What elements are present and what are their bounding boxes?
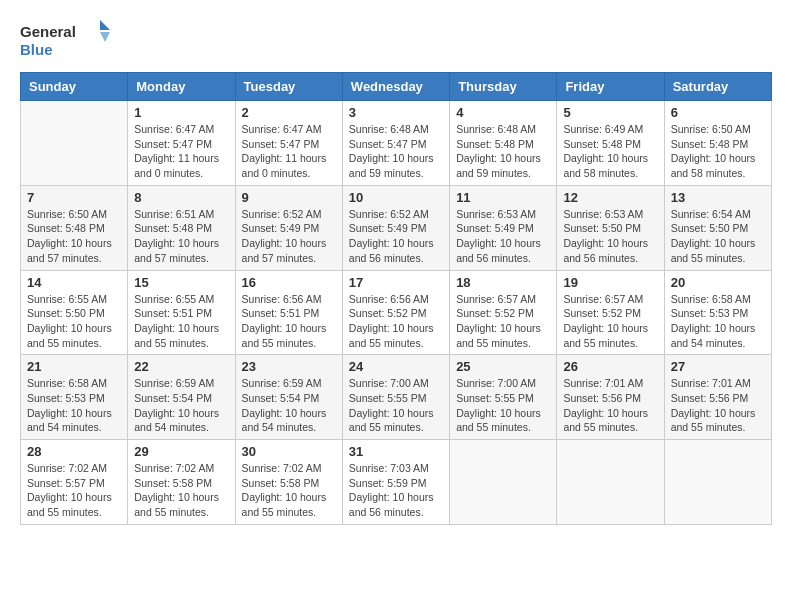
svg-text:Blue: Blue [20, 41, 53, 58]
day-number: 16 [242, 275, 336, 290]
calendar-cell: 13Sunrise: 6:54 AMSunset: 5:50 PMDayligh… [664, 185, 771, 270]
day-number: 1 [134, 105, 228, 120]
day-info: Sunrise: 6:51 AMSunset: 5:48 PMDaylight:… [134, 207, 228, 266]
day-header-sunday: Sunday [21, 73, 128, 101]
day-info: Sunrise: 6:57 AMSunset: 5:52 PMDaylight:… [563, 292, 657, 351]
calendar-cell: 2Sunrise: 6:47 AMSunset: 5:47 PMDaylight… [235, 101, 342, 186]
day-number: 21 [27, 359, 121, 374]
calendar-cell: 23Sunrise: 6:59 AMSunset: 5:54 PMDayligh… [235, 355, 342, 440]
day-header-wednesday: Wednesday [342, 73, 449, 101]
calendar-cell: 22Sunrise: 6:59 AMSunset: 5:54 PMDayligh… [128, 355, 235, 440]
calendar-header-row: SundayMondayTuesdayWednesdayThursdayFrid… [21, 73, 772, 101]
day-number: 17 [349, 275, 443, 290]
day-number: 25 [456, 359, 550, 374]
day-info: Sunrise: 6:58 AMSunset: 5:53 PMDaylight:… [671, 292, 765, 351]
day-number: 30 [242, 444, 336, 459]
day-number: 7 [27, 190, 121, 205]
day-number: 27 [671, 359, 765, 374]
calendar-cell [21, 101, 128, 186]
day-number: 8 [134, 190, 228, 205]
calendar-cell: 3Sunrise: 6:48 AMSunset: 5:47 PMDaylight… [342, 101, 449, 186]
calendar-cell: 30Sunrise: 7:02 AMSunset: 5:58 PMDayligh… [235, 440, 342, 525]
calendar-cell: 19Sunrise: 6:57 AMSunset: 5:52 PMDayligh… [557, 270, 664, 355]
day-number: 9 [242, 190, 336, 205]
day-number: 20 [671, 275, 765, 290]
day-info: Sunrise: 6:59 AMSunset: 5:54 PMDaylight:… [134, 376, 228, 435]
day-number: 24 [349, 359, 443, 374]
day-info: Sunrise: 7:03 AMSunset: 5:59 PMDaylight:… [349, 461, 443, 520]
calendar-cell: 20Sunrise: 6:58 AMSunset: 5:53 PMDayligh… [664, 270, 771, 355]
calendar-week-5: 28Sunrise: 7:02 AMSunset: 5:57 PMDayligh… [21, 440, 772, 525]
day-info: Sunrise: 6:49 AMSunset: 5:48 PMDaylight:… [563, 122, 657, 181]
day-number: 6 [671, 105, 765, 120]
calendar-table: SundayMondayTuesdayWednesdayThursdayFrid… [20, 72, 772, 525]
day-number: 11 [456, 190, 550, 205]
calendar-cell: 26Sunrise: 7:01 AMSunset: 5:56 PMDayligh… [557, 355, 664, 440]
day-number: 26 [563, 359, 657, 374]
day-number: 12 [563, 190, 657, 205]
calendar-cell: 16Sunrise: 6:56 AMSunset: 5:51 PMDayligh… [235, 270, 342, 355]
calendar-cell: 7Sunrise: 6:50 AMSunset: 5:48 PMDaylight… [21, 185, 128, 270]
day-info: Sunrise: 6:56 AMSunset: 5:51 PMDaylight:… [242, 292, 336, 351]
day-info: Sunrise: 7:01 AMSunset: 5:56 PMDaylight:… [671, 376, 765, 435]
calendar-cell: 17Sunrise: 6:56 AMSunset: 5:52 PMDayligh… [342, 270, 449, 355]
calendar-cell: 29Sunrise: 7:02 AMSunset: 5:58 PMDayligh… [128, 440, 235, 525]
svg-marker-1 [100, 20, 110, 30]
day-info: Sunrise: 6:50 AMSunset: 5:48 PMDaylight:… [27, 207, 121, 266]
day-header-thursday: Thursday [450, 73, 557, 101]
calendar-cell: 8Sunrise: 6:51 AMSunset: 5:48 PMDaylight… [128, 185, 235, 270]
day-number: 13 [671, 190, 765, 205]
day-info: Sunrise: 7:02 AMSunset: 5:58 PMDaylight:… [134, 461, 228, 520]
day-number: 5 [563, 105, 657, 120]
day-info: Sunrise: 7:01 AMSunset: 5:56 PMDaylight:… [563, 376, 657, 435]
calendar-week-3: 14Sunrise: 6:55 AMSunset: 5:50 PMDayligh… [21, 270, 772, 355]
day-info: Sunrise: 6:56 AMSunset: 5:52 PMDaylight:… [349, 292, 443, 351]
day-number: 15 [134, 275, 228, 290]
calendar-cell: 24Sunrise: 7:00 AMSunset: 5:55 PMDayligh… [342, 355, 449, 440]
day-number: 4 [456, 105, 550, 120]
day-info: Sunrise: 6:55 AMSunset: 5:50 PMDaylight:… [27, 292, 121, 351]
day-info: Sunrise: 6:53 AMSunset: 5:49 PMDaylight:… [456, 207, 550, 266]
calendar-cell: 11Sunrise: 6:53 AMSunset: 5:49 PMDayligh… [450, 185, 557, 270]
day-info: Sunrise: 7:00 AMSunset: 5:55 PMDaylight:… [456, 376, 550, 435]
day-number: 31 [349, 444, 443, 459]
day-info: Sunrise: 7:02 AMSunset: 5:58 PMDaylight:… [242, 461, 336, 520]
calendar-cell: 31Sunrise: 7:03 AMSunset: 5:59 PMDayligh… [342, 440, 449, 525]
calendar-cell: 5Sunrise: 6:49 AMSunset: 5:48 PMDaylight… [557, 101, 664, 186]
calendar-cell [664, 440, 771, 525]
day-info: Sunrise: 6:47 AMSunset: 5:47 PMDaylight:… [134, 122, 228, 181]
calendar-cell: 28Sunrise: 7:02 AMSunset: 5:57 PMDayligh… [21, 440, 128, 525]
day-number: 3 [349, 105, 443, 120]
calendar-cell: 21Sunrise: 6:58 AMSunset: 5:53 PMDayligh… [21, 355, 128, 440]
day-info: Sunrise: 6:48 AMSunset: 5:47 PMDaylight:… [349, 122, 443, 181]
calendar-cell: 4Sunrise: 6:48 AMSunset: 5:48 PMDaylight… [450, 101, 557, 186]
logo-svg: General Blue [20, 20, 110, 62]
day-number: 29 [134, 444, 228, 459]
day-header-tuesday: Tuesday [235, 73, 342, 101]
day-info: Sunrise: 6:53 AMSunset: 5:50 PMDaylight:… [563, 207, 657, 266]
calendar-cell: 6Sunrise: 6:50 AMSunset: 5:48 PMDaylight… [664, 101, 771, 186]
day-number: 18 [456, 275, 550, 290]
calendar-cell: 25Sunrise: 7:00 AMSunset: 5:55 PMDayligh… [450, 355, 557, 440]
calendar-cell: 12Sunrise: 6:53 AMSunset: 5:50 PMDayligh… [557, 185, 664, 270]
day-info: Sunrise: 6:57 AMSunset: 5:52 PMDaylight:… [456, 292, 550, 351]
calendar-week-1: 1Sunrise: 6:47 AMSunset: 5:47 PMDaylight… [21, 101, 772, 186]
day-info: Sunrise: 6:59 AMSunset: 5:54 PMDaylight:… [242, 376, 336, 435]
day-number: 14 [27, 275, 121, 290]
day-info: Sunrise: 6:58 AMSunset: 5:53 PMDaylight:… [27, 376, 121, 435]
calendar-cell: 15Sunrise: 6:55 AMSunset: 5:51 PMDayligh… [128, 270, 235, 355]
day-number: 10 [349, 190, 443, 205]
calendar-cell [450, 440, 557, 525]
calendar-cell: 9Sunrise: 6:52 AMSunset: 5:49 PMDaylight… [235, 185, 342, 270]
day-number: 23 [242, 359, 336, 374]
day-info: Sunrise: 6:50 AMSunset: 5:48 PMDaylight:… [671, 122, 765, 181]
calendar-cell: 14Sunrise: 6:55 AMSunset: 5:50 PMDayligh… [21, 270, 128, 355]
day-number: 2 [242, 105, 336, 120]
day-info: Sunrise: 6:55 AMSunset: 5:51 PMDaylight:… [134, 292, 228, 351]
calendar-week-4: 21Sunrise: 6:58 AMSunset: 5:53 PMDayligh… [21, 355, 772, 440]
day-header-monday: Monday [128, 73, 235, 101]
day-number: 28 [27, 444, 121, 459]
day-info: Sunrise: 6:48 AMSunset: 5:48 PMDaylight:… [456, 122, 550, 181]
calendar-cell: 10Sunrise: 6:52 AMSunset: 5:49 PMDayligh… [342, 185, 449, 270]
calendar-week-2: 7Sunrise: 6:50 AMSunset: 5:48 PMDaylight… [21, 185, 772, 270]
